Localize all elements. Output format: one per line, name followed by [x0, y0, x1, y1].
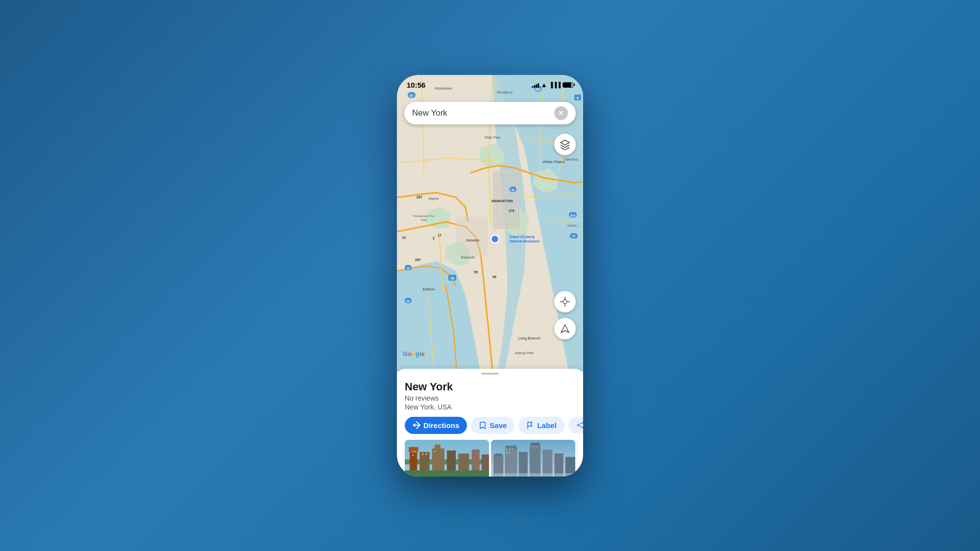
svg-text:27: 27: [572, 235, 576, 238]
svg-text:Long Branch: Long Branch: [518, 336, 540, 340]
clear-search-button[interactable]: ✕: [554, 106, 568, 120]
svg-rect-75: [405, 470, 489, 477]
svg-text:MANHATTAN: MANHATTAN: [491, 199, 513, 203]
svg-rect-89: [512, 448, 513, 450]
svg-text:6: 6: [577, 96, 579, 100]
svg-text:78: 78: [450, 277, 454, 280]
signal-icon: [532, 82, 539, 88]
svg-rect-84: [542, 449, 552, 476]
svg-rect-90: [506, 452, 507, 453]
photo-thumbnails-row: [397, 440, 583, 477]
svg-text:78: 78: [402, 236, 406, 240]
desktop-background: MANHATTAN Newark Elizabeth White Plains …: [0, 0, 980, 551]
svg-rect-93: [534, 445, 535, 447]
svg-text:National Monument: National Monument: [510, 240, 539, 243]
phone-screen: MANHATTAN Newark Elizabeth White Plains …: [397, 75, 583, 477]
save-label: Save: [490, 421, 507, 430]
photo-thumb-1[interactable]: [405, 440, 489, 477]
search-input[interactable]: New York: [412, 108, 554, 118]
status-bar: 10:56 ▲ ▐▐▐: [397, 75, 583, 91]
map-layer-button[interactable]: [554, 134, 576, 155]
nyc-photo-svg-2: [491, 440, 575, 477]
svg-text:36: 36: [407, 300, 410, 303]
directions-icon: [413, 421, 420, 429]
svg-text:287: 287: [416, 195, 422, 199]
svg-rect-78: [495, 453, 502, 456]
svg-text:White Plains: White Plains: [543, 160, 564, 164]
svg-text:Stamford: Stamford: [564, 158, 578, 161]
label-text: Label: [537, 421, 556, 430]
save-bookmark-icon: [479, 421, 487, 429]
search-bar[interactable]: New York ✕: [404, 102, 576, 124]
wifi-icon: ▲: [541, 81, 547, 89]
svg-rect-85: [555, 453, 564, 476]
status-icons: ▲ ▐▐▐: [532, 81, 573, 89]
status-time: 10:56: [407, 81, 425, 89]
label-button[interactable]: Label: [518, 417, 564, 434]
nyc-photo-svg-1: [405, 440, 489, 477]
svg-rect-71: [412, 454, 414, 455]
svg-text:Woodbury: Woodbury: [497, 91, 513, 95]
directions-button[interactable]: Directions: [405, 417, 467, 434]
place-reviews: No reviews: [397, 394, 583, 403]
svg-text:95: 95: [492, 275, 496, 279]
label-flag-icon: [526, 421, 534, 429]
svg-rect-72: [422, 453, 423, 455]
location-crosshair-button[interactable]: [554, 291, 576, 312]
svg-rect-73: [425, 453, 427, 455]
navigate-icon: [560, 324, 570, 334]
svg-line-55: [578, 423, 583, 425]
crosshair-icon: [560, 296, 570, 307]
svg-rect-94: [537, 445, 538, 447]
place-name: New York: [397, 381, 583, 394]
share-icon: [576, 421, 583, 429]
google-logo-text: G: [403, 350, 408, 358]
layers-icon: [560, 139, 570, 150]
svg-rect-2: [456, 217, 488, 256]
battery-icon: [563, 82, 573, 88]
svg-point-47: [563, 300, 567, 304]
svg-text:Newark: Newark: [466, 238, 480, 242]
navigation-button[interactable]: [554, 318, 576, 339]
svg-rect-91: [509, 452, 510, 453]
svg-rect-74: [435, 450, 436, 452]
svg-text:95: 95: [474, 270, 478, 274]
svg-text:Wayne: Wayne: [428, 197, 439, 201]
svg-text:Farmi...: Farmi...: [567, 224, 579, 227]
svg-rect-80: [506, 445, 516, 449]
svg-text:35: 35: [407, 267, 410, 270]
google-logo: Google: [403, 350, 425, 358]
place-bottom-panel: New York No reviews New York, USA Direct…: [397, 369, 583, 477]
svg-text:278: 278: [509, 209, 514, 213]
directions-label: Directions: [423, 421, 459, 430]
svg-rect-92: [531, 445, 532, 447]
svg-text:87: 87: [410, 94, 414, 97]
photo-thumb-2[interactable]: [491, 440, 575, 477]
signal-strength-icon: ▐▐▐: [549, 82, 561, 88]
svg-rect-81: [519, 452, 528, 476]
phone-device: MANHATTAN Newark Elizabeth White Plains …: [397, 75, 583, 477]
svg-point-44: [491, 235, 499, 243]
svg-text:287: 287: [415, 258, 421, 262]
map-area[interactable]: MANHATTAN Newark Elizabeth White Plains …: [397, 75, 583, 371]
svg-rect-70: [415, 451, 416, 452]
svg-rect-77: [493, 454, 503, 476]
share-button[interactable]: [568, 417, 583, 434]
svg-rect-82: [530, 444, 540, 476]
svg-rect-79: [505, 447, 517, 476]
svg-text:3: 3: [433, 237, 435, 240]
svg-rect-88: [509, 448, 510, 450]
svg-text:Asbury Park: Asbury Park: [515, 351, 534, 355]
action-buttons-row: Directions Save Label: [397, 417, 583, 440]
save-button[interactable]: Save: [471, 417, 514, 434]
svg-rect-95: [491, 473, 575, 477]
svg-text:Statue of Liberty: Statue of Liberty: [510, 235, 535, 239]
svg-rect-64: [435, 444, 441, 450]
svg-text:80: 80: [512, 189, 515, 192]
panel-drag-handle[interactable]: [481, 373, 499, 375]
svg-text:Parsippany-Troy: Parsippany-Troy: [413, 215, 435, 217]
svg-text:17: 17: [438, 234, 441, 237]
svg-rect-87: [506, 448, 507, 450]
svg-text:Elizabeth: Elizabeth: [461, 256, 475, 259]
svg-line-56: [578, 425, 583, 428]
